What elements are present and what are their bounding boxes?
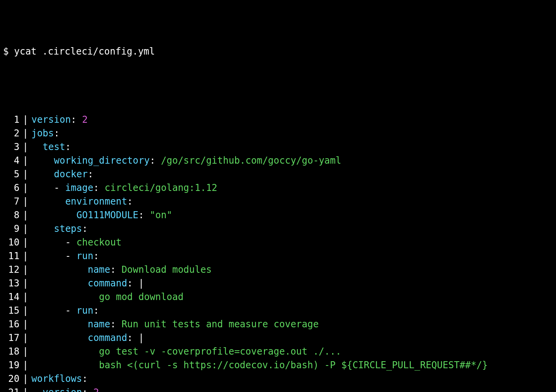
yaml-key: working_directory [54,155,150,166]
yaml-token: : [65,141,71,152]
code-line: 1|version: 2 [3,113,553,127]
code-line: 11| - run: [3,249,553,263]
code-content: steps: [31,222,88,236]
code-content: command: | [31,277,144,290]
yaml-key: steps [54,223,82,234]
line-number: 11 [3,249,19,263]
yaml-token: : [138,210,150,221]
gutter-separator: | [19,358,31,372]
yaml-token: : [110,264,122,275]
yaml-token: - [65,237,76,248]
yaml-key: command [88,278,127,289]
code-line: 13| command: | [3,277,553,290]
code-line: 12| name: Download modules [3,263,553,277]
line-number: 14 [3,290,19,304]
code-line: 6| - image: circleci/golang:1.12 [3,181,553,195]
gutter-separator: | [19,331,31,345]
line-number: 7 [3,195,19,208]
yaml-token: : [71,114,82,125]
line-number: 16 [3,318,19,331]
gutter-separator: | [19,372,31,386]
line-number: 21 [3,386,19,392]
code-line: 4| working_directory: /go/src/github.com… [3,154,553,168]
yaml-token: : [93,251,99,261]
yaml-key: workflows [31,373,82,384]
yaml-key: name [88,319,110,330]
gutter-separator: | [19,168,31,181]
line-number: 8 [3,208,19,222]
line-number: 15 [3,304,19,318]
code-content: - image: circleci/golang:1.12 [31,181,217,195]
code-line: 17| command: | [3,331,553,345]
yaml-key: GO111MODULE [76,210,138,221]
yaml-token: : [93,305,99,316]
yaml-token: | [138,278,144,289]
code-content: name: Run unit tests and measure coverag… [31,318,319,331]
yaml-string: Run unit tests and measure coverage [122,319,319,330]
line-number: 17 [3,331,19,345]
line-number: 5 [3,168,19,181]
code-line: 20|workflows: [3,372,553,386]
code-content: - run: [31,304,99,318]
line-number: 12 [3,263,19,277]
code-content: bash <(curl -s https://codecov.io/bash) … [31,358,487,372]
line-number: 19 [3,358,19,372]
yaml-token: : [127,278,138,289]
prompt-symbol: $ [3,45,14,58]
code-line: 18| go test -v -coverprofile=coverage.ou… [3,345,553,358]
code-content: version: 2 [31,386,99,392]
code-content: GO111MODULE: "on" [31,208,172,222]
code-content: go test -v -coverprofile=coverage.out ./… [31,345,341,358]
command-line: $ ycat .circleci/config.yml [3,45,553,58]
gutter-separator: | [19,154,31,168]
yaml-string: go test -v -coverprofile=coverage.out ./… [99,346,341,357]
yaml-token: : [88,169,93,180]
terminal[interactable]: $ ycat .circleci/config.yml 1|version: 2… [0,0,556,392]
gutter-separator: | [19,181,31,195]
yaml-key: docker [54,169,88,180]
gutter-separator: | [19,236,31,249]
gutter-separator: | [19,140,31,154]
code-content: - run: [31,249,99,263]
code-content: jobs: [31,127,59,140]
gutter-separator: | [19,113,31,127]
yaml-token: : [127,196,133,207]
yaml-token: : [82,373,88,384]
yaml-token: - [65,251,76,261]
code-line: 14| go mod download [3,290,553,304]
code-line: 21| version: 2 [3,386,553,392]
code-line: 19| bash <(curl -s https://codecov.io/ba… [3,358,553,372]
code-content: name: Download modules [31,263,211,277]
line-number: 4 [3,154,19,168]
command-text: ycat .circleci/config.yml [14,45,155,58]
yaml-token: : [150,155,161,166]
gutter-separator: | [19,249,31,263]
yaml-key: version [42,387,82,392]
code-content: docker: [31,168,93,181]
gutter-separator: | [19,127,31,140]
yaml-token: : [82,387,94,392]
code-content: go mod download [31,290,183,304]
yaml-string: checkout [76,237,122,248]
code-line: 7| environment: [3,195,553,208]
line-number: 1 [3,113,19,127]
gutter-separator: | [19,208,31,222]
line-number: 3 [3,140,19,154]
code-line: 2|jobs: [3,127,553,140]
yaml-string: Download modules [122,264,212,275]
yaml-token: : [127,332,138,343]
yaml-number: 2 [82,114,88,125]
yaml-number: 2 [93,387,99,392]
yaml-key: name [88,264,110,275]
code-line: 5| docker: [3,168,553,181]
gutter-separator: | [19,222,31,236]
line-number: 2 [3,127,19,140]
yaml-key: image [65,182,93,193]
code-content: version: 2 [31,113,88,127]
code-content: working_directory: /go/src/github.com/go… [31,154,341,168]
gutter-separator: | [19,277,31,290]
yaml-token: : [82,223,88,234]
code-content: - checkout [31,236,121,249]
line-number: 18 [3,345,19,358]
yaml-key: command [88,332,127,343]
